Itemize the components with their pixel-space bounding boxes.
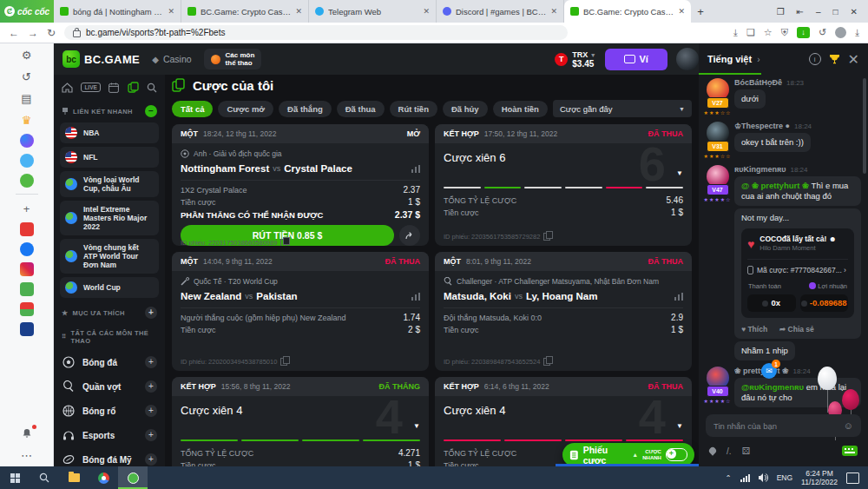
minimize-button[interactable]: – — [816, 7, 821, 17]
tab-telegram[interactable]: Telegram Web ✕ — [309, 0, 437, 23]
add-shortcut-icon[interactable]: + — [19, 201, 35, 216]
close-chat-icon[interactable]: ✕ — [848, 51, 859, 68]
filter-lost[interactable]: Đã thua — [337, 101, 385, 117]
save-page-icon[interactable]: ⤓ — [733, 27, 738, 38]
shared-bet-bubble[interactable]: Not my day... ♥ COCOđã lấy tất cả! ☻ Hil… — [734, 208, 861, 339]
tray-chevron-icon[interactable]: ⌃ — [726, 473, 732, 482]
bookmark-star-icon[interactable]: ☆ — [764, 27, 773, 38]
coccoc-taskbar-icon[interactable] — [118, 466, 148, 489]
chrome-icon[interactable] — [89, 466, 118, 489]
reading-mode-icon[interactable]: ❐ — [777, 7, 785, 17]
add-favorite-button[interactable]: + — [145, 307, 157, 319]
bet-card-single-open[interactable]: MỘT 18:24, 12 thg 11, 2022 MỞ Anh · Giải… — [172, 124, 429, 246]
share-button[interactable]: ➦ Chia sẻ — [779, 324, 814, 334]
chat-username[interactable]: BócBátHọĐê — [734, 78, 782, 87]
new-tab-button[interactable]: + — [691, 0, 710, 23]
garden-icon[interactable] — [20, 302, 34, 316]
adblock-shield-icon[interactable]: ⛨ — [781, 27, 788, 38]
user-mention[interactable]: @ ❀ prettyhurt ❀ — [741, 181, 812, 190]
expand-combo-icon[interactable]: ▼ — [413, 422, 420, 430]
sidebar-item-soccer[interactable]: Bóng đá + — [60, 350, 159, 374]
sidebar-item-iem-rio[interactable]: Intel Extreme Masters Rio Major 2022 — [60, 201, 159, 235]
crown-icon[interactable]: ♛ — [19, 112, 35, 128]
betslip-button[interactable]: Phiếu cược ▲ CƯỢCNHANH + — [562, 443, 694, 466]
download-button[interactable]: ↓ — [797, 27, 810, 38]
tab-close-icon[interactable]: ✕ — [295, 7, 302, 16]
expand-sport-button[interactable]: + — [145, 429, 157, 441]
twitter-icon[interactable] — [20, 154, 34, 168]
slash-command-icon[interactable]: /. — [727, 446, 732, 456]
language-indicator[interactable]: ENG — [777, 473, 792, 482]
expand-sport-button[interactable]: + — [145, 405, 157, 417]
sort-dropdown[interactable]: Cược gần đây ▼ — [553, 100, 692, 117]
filter-all[interactable]: Tất cả — [172, 101, 213, 117]
home-tab-icon[interactable] — [62, 83, 73, 93]
expand-sport-button[interactable]: + — [145, 356, 157, 368]
keyboard-icon[interactable] — [842, 446, 858, 456]
nav-casino[interactable]: ◆ Casino — [152, 54, 191, 64]
stats-icon[interactable] — [411, 293, 420, 301]
copy-icon[interactable] — [543, 233, 550, 241]
share-bet-button[interactable] — [399, 225, 420, 246]
more-options-icon[interactable]: ⋯ — [19, 447, 35, 463]
browser-profile-avatar[interactable] — [835, 27, 846, 38]
back-icon[interactable]: ← — [9, 27, 19, 39]
coccoc-brand[interactable]: Ȼ cốc cốc — [0, 0, 54, 23]
sidebar-item-nba[interactable]: NBA — [60, 122, 159, 143]
chat-rules-icon[interactable]: i — [809, 53, 821, 65]
sidebar-item-wc-qualifiers[interactable]: Vòng loại World Cup, châu Âu — [60, 171, 159, 197]
nav-sports[interactable]: Các mônthể thao — [204, 49, 262, 69]
live-tab[interactable]: LIVE — [81, 83, 100, 92]
sidebar-item-tennis[interactable]: Quần vợt + — [60, 374, 159, 399]
close-button[interactable]: ✕ — [851, 7, 858, 17]
stats-icon[interactable] — [674, 293, 683, 301]
sync-icon[interactable]: ↺ — [819, 27, 826, 38]
tab-close-icon[interactable]: ✕ — [423, 7, 430, 16]
file-explorer-icon[interactable] — [59, 466, 89, 489]
collapse-quick-links-button[interactable]: – — [145, 105, 157, 117]
bet-card-cricket[interactable]: MỘT 14:04, 9 thg 11, 2022 ĐÃ THUA Quốc T… — [172, 252, 429, 371]
chat-username[interactable]: ♔Thespectre ● — [734, 122, 790, 130]
schedule-tab-icon[interactable] — [108, 83, 119, 93]
bet-card-tennis[interactable]: MỘT 8:01, 9 thg 11, 2022 ĐÃ THUA Challen… — [435, 252, 692, 371]
sidebar-item-atp-finals[interactable]: Vòng chung kết ATP World Tour Đơn Nam — [60, 239, 159, 274]
bet-card-combo-6[interactable]: KẾT HỢP 17:50, 12 thg 11, 2022 ĐÃ THUA 6… — [435, 124, 692, 246]
facebook-icon[interactable] — [20, 242, 34, 256]
bookmaker-icon[interactable] — [20, 322, 34, 336]
filter-refund[interactable]: Hoàn tiền — [493, 101, 548, 117]
tab-close-icon[interactable]: ✕ — [550, 7, 557, 16]
shared-bet-card[interactable]: ♥ COCOđã lấy tất cả! ☻ Hilo Damn Moment … — [741, 228, 854, 318]
sidebar-item-nfl[interactable]: NFL — [60, 147, 159, 168]
messenger-icon[interactable] — [20, 134, 34, 148]
chat-scrollbar[interactable] — [863, 78, 866, 174]
network-icon[interactable] — [740, 474, 750, 482]
game-hub-icon[interactable] — [20, 174, 34, 188]
tab-bcgame-1[interactable]: BC.Game: Crypto Casino Gam ✕ — [181, 0, 309, 23]
search-tab-icon[interactable] — [147, 83, 157, 93]
sidebar-item-esports[interactable]: Esports + — [60, 423, 159, 447]
instagram-icon[interactable] — [20, 262, 34, 276]
dice-icon[interactable]: ⚄ — [742, 446, 751, 457]
downloads-tray-icon[interactable]: ⤓ — [855, 27, 859, 38]
forward-icon[interactable]: → — [28, 27, 38, 39]
rain-tip-icon[interactable] — [707, 446, 717, 455]
history-icon[interactable]: ↺ — [19, 69, 35, 84]
share-page-icon[interactable]: ❏ — [746, 27, 755, 38]
bcgame-logo[interactable]: bc BC.GAME — [62, 50, 140, 68]
address-bar[interactable]: bc.game/vi/sports?bt-path=%2Fbets — [64, 25, 568, 40]
copy-icon[interactable] — [280, 358, 287, 366]
filter-cashout[interactable]: Rút tiền — [390, 101, 437, 117]
expand-combo-icon[interactable]: ▼ — [676, 422, 683, 430]
expand-sport-button[interactable]: + — [145, 380, 157, 393]
pin-sidebar-icon[interactable]: ⇤ — [797, 7, 804, 17]
action-center-icon[interactable] — [846, 472, 859, 484]
user-mention[interactable]: @ʀᴜKingmenʀᴜ — [741, 382, 806, 392]
notifications-bell-icon[interactable] — [19, 426, 35, 441]
shopee-icon[interactable] — [20, 282, 34, 296]
sidebar-item-american-football[interactable]: Bóng đá Mỹ + — [60, 447, 159, 466]
floating-chat-notification[interactable]: ✉ 1 — [761, 363, 777, 379]
sidebar-item-world-cup[interactable]: World Cup — [60, 277, 159, 298]
filter-open[interactable]: Cược mở — [218, 101, 273, 117]
taskbar-search-icon[interactable] — [30, 466, 59, 489]
trophy-icon[interactable] — [829, 54, 840, 64]
